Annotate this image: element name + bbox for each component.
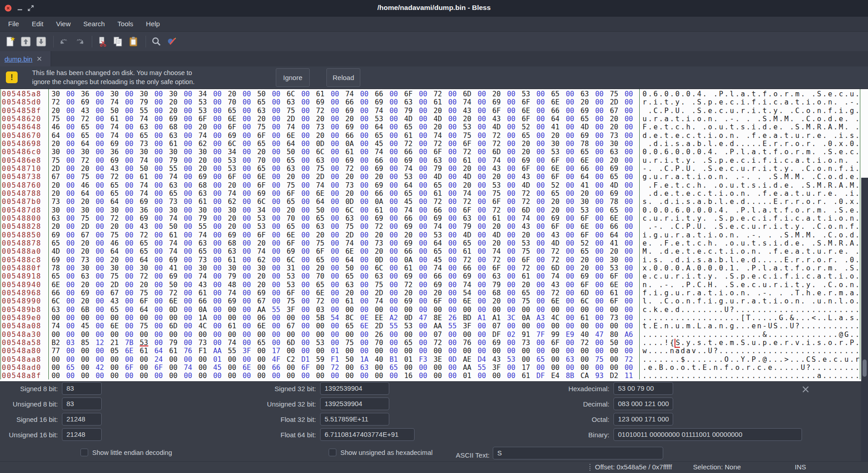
ascii-char[interactable]: o (849, 297, 854, 305)
ascii-char[interactable]: a (686, 231, 691, 239)
ascii-char[interactable]: @ (762, 355, 767, 364)
ascii-char[interactable]: i (806, 339, 811, 347)
ascii-char[interactable]: o (806, 107, 811, 115)
ascii-char[interactable]: . (833, 281, 838, 289)
ascii-char[interactable]: . (702, 173, 708, 181)
ascii-char[interactable]: e (827, 90, 833, 98)
hex-byte[interactable]: 59 (316, 355, 331, 364)
ascii-char[interactable]: . (669, 331, 675, 339)
ascii-char[interactable]: . (691, 322, 697, 330)
hex-byte[interactable]: 6B (81, 306, 96, 314)
hex-byte[interactable]: 00 (66, 90, 81, 98)
hex-byte[interactable]: 00 (595, 281, 610, 289)
ascii-char[interactable]: d (642, 132, 647, 140)
hex-byte[interactable]: 00 (155, 306, 170, 314)
hex-byte[interactable]: 00 (625, 314, 640, 322)
hex-byte[interactable]: 00 (243, 206, 258, 214)
hex-byte[interactable]: 00 (66, 306, 81, 314)
ascii-char[interactable]: . (811, 264, 816, 272)
hex-byte[interactable]: 00 (507, 181, 522, 189)
hex-byte[interactable]: 00 (360, 247, 375, 255)
hex-byte[interactable]: 00 (66, 132, 81, 140)
hex-byte[interactable]: 65 (345, 272, 360, 280)
hex-byte[interactable]: 00 (345, 364, 360, 372)
hex-byte[interactable]: 30 (580, 198, 595, 206)
ascii-char[interactable]: . (702, 355, 708, 364)
ascii-char[interactable]: . (735, 140, 740, 148)
ascii-char[interactable]: e (718, 339, 724, 347)
hex-byte[interactable]: 00 (419, 256, 434, 264)
hex-byte[interactable]: 00 (213, 239, 228, 247)
hex-byte[interactable]: 74 (434, 222, 448, 231)
ascii-char[interactable]: . (756, 222, 762, 231)
hex-byte[interactable]: 00 (302, 339, 316, 347)
hex-byte[interactable]: 3E (434, 355, 448, 364)
hex-byte[interactable]: 20 (434, 107, 448, 115)
ascii-char[interactable]: . (713, 222, 718, 231)
hex-byte[interactable]: 65 (537, 355, 552, 364)
hex-byte[interactable]: 00 (272, 214, 287, 222)
ascii-char[interactable]: . (789, 231, 795, 239)
ascii-char[interactable]: . (833, 372, 838, 380)
ascii-char[interactable]: . (708, 331, 713, 339)
ascii-char[interactable]: f (762, 189, 767, 198)
ascii-char[interactable]: . (735, 372, 740, 380)
ascii-char[interactable]: . (854, 206, 860, 214)
ascii-char[interactable]: . (653, 314, 658, 322)
ascii-char[interactable]: . (849, 372, 854, 380)
ascii-char[interactable]: . (789, 355, 795, 364)
ascii-char[interactable]: . (789, 90, 795, 98)
ascii-char[interactable]: h (686, 123, 691, 131)
hex-byte[interactable]: 00 (595, 339, 610, 347)
ascii-char[interactable]: . (691, 231, 697, 239)
ascii-char[interactable]: i (642, 231, 647, 239)
ascii-char[interactable]: t (729, 123, 735, 131)
hex-byte[interactable]: 00 (272, 281, 287, 289)
ascii-char[interactable]: c (708, 247, 713, 255)
hex-byte[interactable]: 00 (272, 264, 287, 272)
ascii-char[interactable]: f (784, 206, 789, 214)
hex-byte[interactable]: 20 (52, 140, 66, 148)
hex-byte[interactable]: 00 (478, 206, 493, 214)
hex-byte[interactable]: 00 (125, 331, 140, 339)
ascii-char[interactable]: . (664, 314, 669, 322)
hex-byte[interactable]: 69 (610, 165, 625, 173)
hex-byte[interactable]: 61 (316, 90, 331, 98)
ascii-char[interactable]: . (680, 140, 685, 148)
hex-byte[interactable]: 00 (272, 198, 287, 206)
hex-byte[interactable]: 00 (155, 314, 170, 322)
ascii-char[interactable]: 0 (849, 256, 854, 264)
ascii-char[interactable]: d (827, 115, 833, 123)
ascii-char[interactable]: . (680, 206, 685, 214)
hex-byte[interactable]: 00 (96, 272, 111, 280)
hex-byte[interactable]: DF (537, 372, 552, 380)
hex-byte[interactable]: 00 (537, 222, 552, 231)
ascii-char[interactable]: . (833, 297, 838, 305)
hex-byte[interactable]: 00 (595, 272, 610, 280)
ascii-char[interactable]: t (691, 364, 697, 372)
hex-byte[interactable]: 00 (595, 222, 610, 231)
ascii-char[interactable]: . (816, 306, 822, 314)
hex-byte[interactable]: 70 (287, 214, 302, 222)
hex-byte[interactable]: 00 (595, 314, 610, 322)
ascii-char[interactable]: . (647, 189, 653, 198)
hex-byte[interactable]: 61 (345, 148, 360, 156)
ascii-char[interactable]: . (751, 331, 756, 339)
hex-byte[interactable]: 00 (155, 247, 170, 255)
ascii-char[interactable]: u (816, 297, 822, 305)
hex-byte[interactable]: 00 (81, 364, 96, 372)
hex-byte[interactable]: 00 (360, 214, 375, 222)
ascii-char[interactable]: 0 (686, 90, 691, 98)
hex-byte[interactable]: 40 (375, 355, 390, 364)
new-file-button[interactable]: ★ (4, 35, 17, 48)
ascii-char[interactable]: . (811, 272, 816, 280)
ascii-char[interactable]: . (647, 314, 653, 322)
hex-byte[interactable]: A3 (537, 314, 552, 322)
ascii-char[interactable]: . (773, 355, 778, 364)
ascii-char[interactable]: t (740, 181, 745, 189)
ascii-char[interactable]: . (756, 289, 762, 297)
hex-byte[interactable]: 00 (448, 198, 463, 206)
hex-byte[interactable]: 45 (404, 198, 419, 206)
hex-byte[interactable]: 74 (110, 98, 125, 106)
ascii-char[interactable]: . (844, 165, 849, 173)
